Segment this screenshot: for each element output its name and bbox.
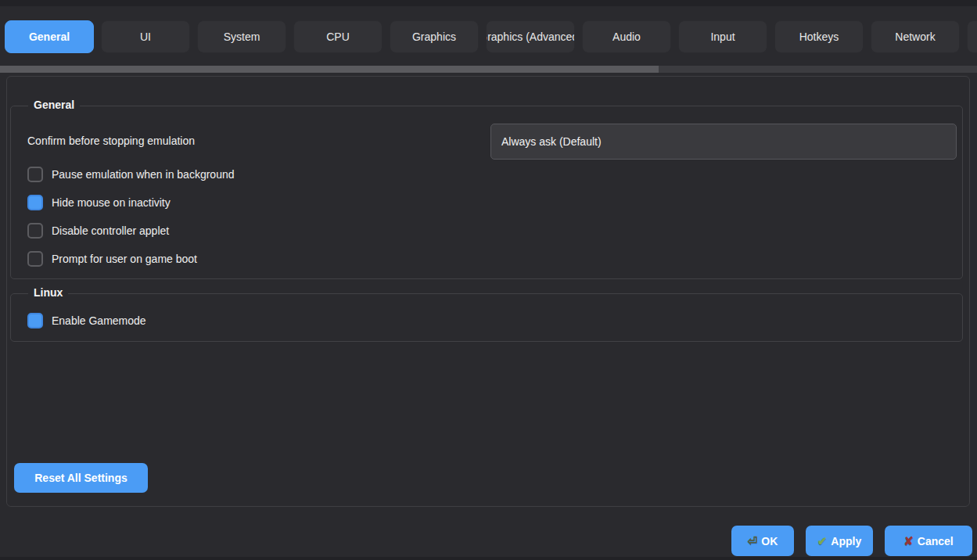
- enable-gamemode-row: Enable Gamemode: [27, 312, 146, 329]
- enable-gamemode-label: Enable Gamemode: [52, 314, 146, 327]
- cancel-button[interactable]: ✘ Cancel: [885, 526, 972, 556]
- tab-input[interactable]: Input: [678, 20, 767, 53]
- general-tab-page: General Confirm before stopping emulatio…: [6, 76, 970, 507]
- apply-button-label: Apply: [831, 535, 861, 547]
- linux-groupbox: Linux Enable Gamemode: [10, 293, 963, 342]
- settings-tab-bar: General UI System CPU Graphics Graphics …: [5, 20, 977, 53]
- apply-button[interactable]: ✔ Apply: [806, 526, 873, 556]
- confirm-stop-combobox[interactable]: Always ask (Default): [490, 124, 957, 160]
- tab-general[interactable]: General: [5, 20, 94, 53]
- tab-hotkeys[interactable]: Hotkeys: [774, 20, 864, 53]
- pause-emulation-checkbox[interactable]: [27, 167, 43, 182]
- prompt-user-checkbox[interactable]: [27, 251, 43, 267]
- ok-button[interactable]: ⏎ OK: [731, 526, 794, 556]
- checkmark-icon: ✔: [817, 535, 828, 547]
- tab-system[interactable]: System: [197, 20, 286, 53]
- pause-emulation-label: Pause emulation when in background: [52, 168, 235, 181]
- tab-network[interactable]: Network: [871, 20, 960, 53]
- hide-mouse-checkbox[interactable]: [27, 195, 43, 210]
- tabbar-scrollbar[interactable]: [0, 66, 977, 73]
- tabbar-scrollbar-thumb[interactable]: [0, 66, 659, 73]
- general-groupbox: General Confirm before stopping emulatio…: [10, 106, 963, 279]
- top-window-strip: [0, 0, 977, 6]
- tab-graphics-advanced[interactable]: Graphics (Advanced): [486, 20, 575, 53]
- tab-cpu[interactable]: CPU: [293, 20, 383, 53]
- settings-dialog: { "window": { "accent_color": "#4b9cf5",…: [0, 0, 977, 560]
- tab-partial-clipped[interactable]: [967, 20, 977, 53]
- x-icon: ✘: [903, 535, 914, 547]
- tab-graphics[interactable]: Graphics: [390, 20, 479, 53]
- ok-button-label: OK: [761, 535, 778, 547]
- hide-mouse-row: Hide mouse on inactivity: [27, 194, 171, 211]
- reset-all-settings-button[interactable]: Reset All Settings: [14, 463, 148, 493]
- tab-ui[interactable]: UI: [101, 20, 190, 53]
- disable-controller-applet-row: Disable controller applet: [27, 222, 169, 239]
- dialog-button-box: ⏎ OK ✔ Apply ✘ Cancel: [731, 526, 972, 556]
- confirm-stop-label: Confirm before stopping emulation: [27, 135, 195, 147]
- prompt-user-row: Prompt for user on game boot: [27, 250, 197, 267]
- disable-controller-applet-label: Disable controller applet: [52, 224, 169, 237]
- bottom-window-strip: [0, 557, 977, 560]
- pause-emulation-row: Pause emulation when in background: [27, 166, 235, 183]
- enable-gamemode-checkbox[interactable]: [27, 313, 43, 328]
- cancel-button-label: Cancel: [918, 535, 954, 547]
- disable-controller-applet-checkbox[interactable]: [27, 223, 43, 239]
- linux-groupbox-title: Linux: [28, 286, 68, 299]
- return-arrow-icon: ⏎: [748, 535, 758, 547]
- general-groupbox-title: General: [28, 99, 80, 111]
- hide-mouse-label: Hide mouse on inactivity: [52, 196, 171, 209]
- tab-audio[interactable]: Audio: [582, 20, 671, 53]
- prompt-user-label: Prompt for user on game boot: [52, 253, 197, 265]
